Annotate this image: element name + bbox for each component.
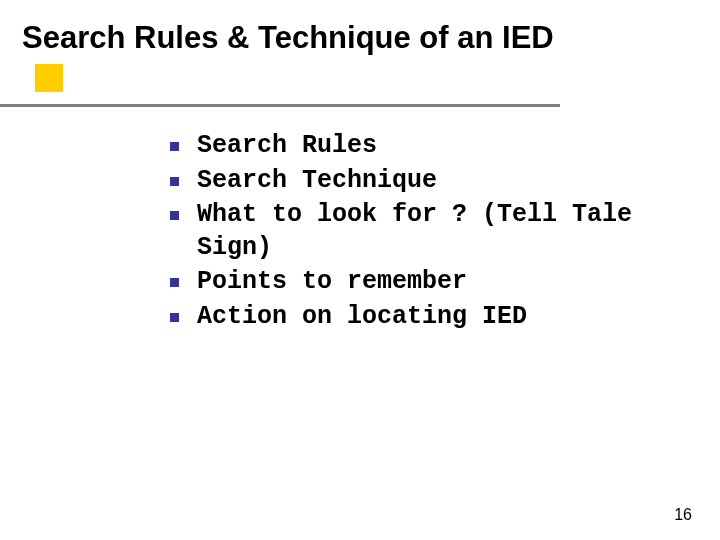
list-item: Search Technique (170, 165, 670, 198)
list-item-text: What to look for ? (Tell Tale Sign) (197, 199, 670, 264)
list-item: Points to remember (170, 266, 670, 299)
list-item-text: Search Rules (197, 130, 377, 163)
content-list: Search Rules Search Technique What to lo… (170, 130, 670, 335)
list-item: Search Rules (170, 130, 670, 163)
square-bullet-icon (170, 211, 179, 220)
slide-title: Search Rules & Technique of an IED (22, 20, 554, 56)
square-bullet-icon (170, 177, 179, 186)
square-bullet-icon (170, 278, 179, 287)
square-bullet-icon (170, 313, 179, 322)
list-item-text: Action on locating IED (197, 301, 527, 334)
list-item: Action on locating IED (170, 301, 670, 334)
list-item-text: Points to remember (197, 266, 467, 299)
horizontal-rule (0, 104, 560, 107)
page-number: 16 (674, 506, 692, 524)
list-item-text: Search Technique (197, 165, 437, 198)
square-bullet-icon (170, 142, 179, 151)
list-item: What to look for ? (Tell Tale Sign) (170, 199, 670, 264)
accent-square (35, 64, 63, 92)
slide: Search Rules & Technique of an IED Searc… (0, 0, 720, 540)
